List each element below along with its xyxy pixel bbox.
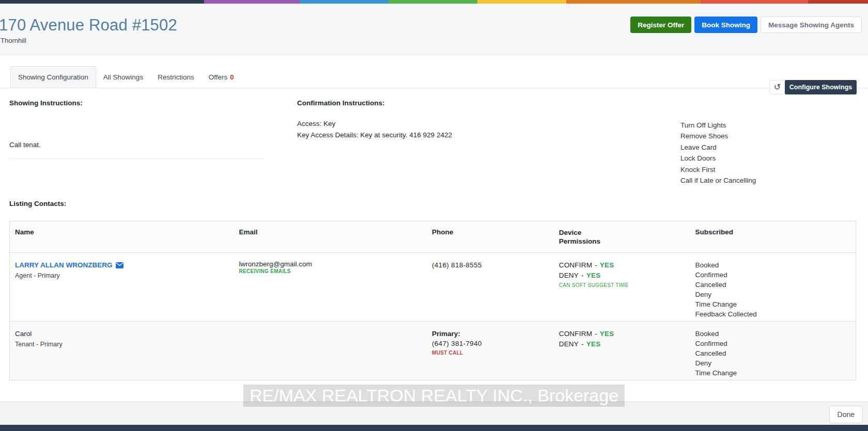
permission-line: DENY-YES [559,339,685,349]
contact-phone-cell: Primary: (647) 381-7940 MUST CALL [427,322,554,380]
confirmation-instructions-heading: Confirmation Instructions: [297,99,385,107]
stripe-segment-yellow [477,0,566,4]
subscribed-item: Confirmed [695,270,850,280]
confirmation-line: Key Access Details: Key at security. 416… [297,130,452,141]
permission-note: CAN SOFT SUGGEST TIME [559,282,685,288]
phone-note: MUST CALL [432,350,549,356]
checklist-item: Knock First [680,164,756,175]
contact-phone: (647) 381-7940 [432,339,549,348]
permission-line: CONFIRM-YES [559,260,685,270]
email-status-note: RECEIVING EMAILS [239,268,422,274]
tab-label: Offers [209,73,228,81]
stripe-segment-dark-red [808,0,868,4]
tabbar: Showing Configuration All Showings Restr… [10,66,241,88]
checklist-item: Leave Card [680,142,756,153]
subscribed-cell: Booked Confirmed Cancelled Deny Time Cha… [690,253,856,321]
listing-contacts-table: Name Email Phone Device Permissions Subs… [9,221,856,380]
stripe-segment-navy [0,0,204,4]
tab-label: Showing Configuration [18,73,88,81]
top-stripe [0,0,868,4]
tab-showing-configuration[interactable]: Showing Configuration [10,66,96,88]
device-permissions-cell: CONFIRM-YES DENY-YES CAN SOFT SUGGEST TI… [554,253,690,321]
header: 170 Avenue Road #1502 Thornhill Register… [0,4,868,55]
subscribed-item: Confirmed [695,339,850,348]
contact-phone: (416) 818-8555 [432,260,549,270]
column-header-phone: Phone [427,221,554,252]
header-actions: Register Offer Book Showing Message Show… [630,17,862,33]
contact-phone-cell: (416) 818-8555 [427,253,554,321]
tab-restrictions[interactable]: Restrictions [150,66,202,88]
tab-all-showings[interactable]: All Showings [96,66,150,88]
contact-name-cell: LARRY ALLAN WRONZBERG Agent - Primary [10,253,234,321]
subscribed-item: Time Change [695,299,850,309]
column-header-name: Name [10,221,234,252]
listing-contacts-heading: Listing Contacts: [9,200,66,207]
message-showing-agents-button[interactable]: Message Showing Agents [761,17,862,33]
subscribed-item: Cancelled [695,348,850,358]
stripe-segment-purple [204,0,300,4]
confirmation-instructions-body: Access: Key Key Access Details: Key at s… [297,118,452,140]
configure-showings-button[interactable]: Configure Showings [785,80,857,94]
subscribed-item: Deny [695,358,850,368]
contact-name-link[interactable]: LARRY ALLAN WRONZBERG [15,260,228,270]
bottom-bar [0,425,868,431]
subscribed-item: Deny [695,290,850,299]
checklist-item: Call if Late or Cancelling [680,175,756,186]
tab-label: Restrictions [158,73,194,81]
table-header-row: Name Email Phone Device Permissions Subs… [10,221,856,253]
section-divider [9,158,265,159]
contact-name-cell: Carol Tenant - Primary [10,322,234,380]
column-header-subscribed: Subscribed [690,221,856,252]
subscribed-item: Feedback Collected [695,309,850,319]
subscribed-item: Time Change [695,368,850,378]
confirmation-line: Access: Key [297,118,452,130]
book-showing-button[interactable]: Book Showing [694,17,757,33]
permission-line: CONFIRM-YES [559,329,685,339]
stripe-segment-red [701,0,808,4]
stripe-segment-green [389,0,477,4]
contact-name: Carol [15,329,228,339]
column-header-device-permissions: Device Permissions [554,221,690,252]
subscribed-cell: Booked Confirmed Cancelled Deny Time Cha… [690,322,856,380]
history-icon: ↺ [774,83,781,91]
showing-instructions-body: Call tenat. [9,141,41,149]
done-button[interactable]: Done [829,406,863,423]
register-offer-button[interactable]: Register Offer [630,17,691,33]
contact-email: lwronzberg@gmail.com [239,260,422,268]
confirmation-checklist: Turn Off Lights Remove Shoes Leave Card … [680,120,756,186]
envelope-icon [116,262,123,268]
tab-offers[interactable]: Offers 0 [202,66,241,88]
checklist-item: Turn Off Lights [680,120,756,131]
table-row: Carol Tenant - Primary Primary: (647) 38… [10,321,856,380]
permission-line: DENY-YES [559,270,685,281]
page-title: 170 Avenue Road #1502 [0,16,177,35]
checklist-item: Remove Shoes [680,131,756,141]
page-subtitle: Thornhill [1,37,26,44]
contact-email-cell [234,322,427,380]
offers-count-badge: 0 [230,73,234,81]
brokerage-watermark: RE/MAX REALTRON REALTY INC., Brokerage [243,385,625,407]
history-button[interactable]: ↺ [769,80,785,94]
showing-instructions-heading: Showing Instructions: [9,99,83,107]
table-row: LARRY ALLAN WRONZBERG Agent - Primary lw… [10,253,856,321]
stripe-segment-blue [300,0,389,4]
contact-email-cell: lwronzberg@gmail.com RECEIVING EMAILS [234,253,427,321]
device-permissions-cell: CONFIRM-YES DENY-YES [554,322,690,380]
contact-role: Tenant - Primary [15,340,228,349]
column-header-email: Email [234,221,427,252]
stripe-segment-orange [566,0,701,4]
phone-label: Primary: [432,329,549,339]
subscribed-item: Booked [695,260,850,270]
showing-details-page: 170 Avenue Road #1502 Thornhill Register… [0,0,868,431]
checklist-item: Lock Doors [680,153,756,164]
tab-label: All Showings [103,73,143,81]
subscribed-item: Cancelled [695,280,850,290]
contact-role: Agent - Primary [15,272,228,280]
subscribed-item: Booked [695,329,850,339]
